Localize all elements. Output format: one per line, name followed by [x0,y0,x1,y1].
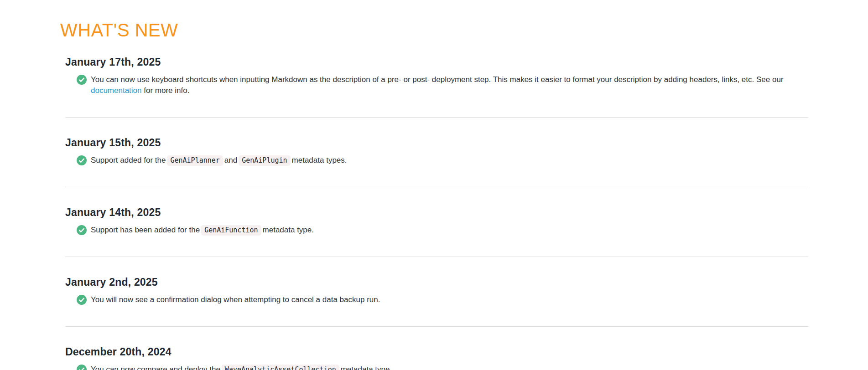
text-segment: Support has been added for the [91,226,200,234]
item-text: You will now see a confirmation dialog w… [91,294,380,305]
page-title: WHAT'S NEW [60,20,808,41]
documentation-link[interactable]: documentation [91,86,142,95]
entry-date: January 15th, 2025 [65,137,808,149]
text-segment: metadata type. [263,226,314,234]
text-segment: You will now see a confirmation dialog w… [91,295,380,304]
check-circle-icon [77,75,87,85]
changelog-item: Support added for theGenAiPlannerandGenA… [77,155,808,166]
check-circle-icon [77,365,87,370]
item-text: Support has been added for theGenAiFunct… [91,225,314,236]
changelog-list: January 17th, 2025 You can now use keybo… [60,56,808,370]
changelog-entry: January 15th, 2025 Support added for the… [65,118,808,187]
code-span: GenAiFunction [201,225,261,236]
entry-items: You can now use keyboard shortcuts when … [65,74,808,96]
text-segment: and [224,156,237,164]
entry-items: Support has been added for theGenAiFunct… [65,225,808,236]
item-text: Support added for theGenAiPlannerandGenA… [91,155,347,166]
entry-items: Support added for theGenAiPlannerandGenA… [65,155,808,166]
text-segment: metadata type. [341,365,392,370]
check-circle-icon [77,155,87,165]
entry-date: December 20th, 2024 [65,346,808,358]
code-span: WaveAnalyticAssetCollection [222,365,339,370]
entry-date: January 2nd, 2025 [65,276,808,288]
entry-items: You can now compare and deploy theWaveAn… [65,364,808,370]
changelog-entry: January 17th, 2025 You can now use keybo… [65,56,808,118]
check-circle-icon [77,225,87,235]
changelog-item: You can now use keyboard shortcuts when … [77,74,808,96]
item-text: You can now compare and deploy theWaveAn… [91,364,392,370]
changelog-entry: December 20th, 2024 You can now compare … [65,327,808,370]
changelog-item: You will now see a confirmation dialog w… [77,294,808,305]
text-segment: for more info. [142,86,190,95]
entry-date: January 14th, 2025 [65,206,808,219]
text-segment: Support added for the [91,156,166,164]
changelog-item: You can now compare and deploy theWaveAn… [77,364,808,370]
changelog-entry: January 14th, 2025 Support has been adde… [65,187,808,257]
item-text: You can now use keyboard shortcuts when … [91,74,802,96]
entry-date: January 17th, 2025 [65,56,808,68]
code-span: GenAiPlanner [167,155,223,166]
text-segment: metadata types. [292,156,347,164]
changelog-entry: January 2nd, 2025 You will now see a con… [65,257,808,327]
text-segment: You can now compare and deploy the [91,365,220,370]
code-span: GenAiPlugin [239,155,290,166]
text-segment: You can now use keyboard shortcuts when … [91,75,784,84]
changelog-item: Support has been added for theGenAiFunct… [77,225,808,236]
check-circle-icon [77,295,87,305]
whats-new-page: WHAT'S NEW January 17th, 2025 You can no… [0,0,868,370]
entry-items: You will now see a confirmation dialog w… [65,294,808,305]
